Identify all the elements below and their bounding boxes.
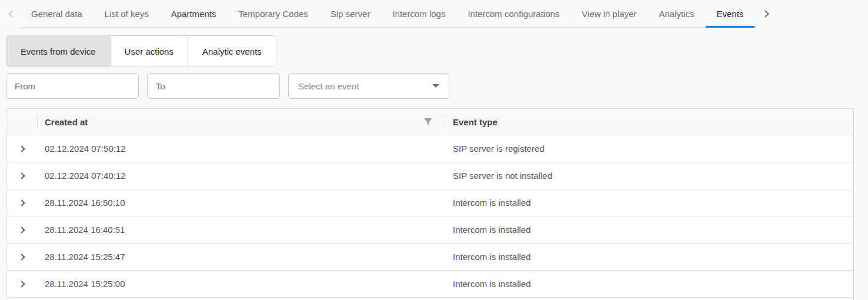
tab-list: General data List of keys Apartments Tem…: [20, 0, 755, 28]
chevron-right-icon: [18, 172, 25, 179]
tab-bar: General data List of keys Apartments Tem…: [0, 0, 868, 28]
funnel-icon: [424, 118, 432, 126]
filters-row: Select an event: [6, 73, 854, 99]
column-header-created-at[interactable]: Created at: [37, 109, 445, 135]
event-type-header-label: Event type: [453, 117, 498, 127]
expand-row-button[interactable]: [16, 143, 28, 155]
tabs-scroll-left-button[interactable]: [4, 0, 20, 28]
table-row: 02.12.2024 07:50:12 SIP server is regist…: [6, 135, 853, 162]
row-created-at: 28.11.2024 15:25:00: [45, 279, 125, 289]
chevron-right-icon: [18, 226, 25, 233]
row-event-type: Intercom is installed: [453, 252, 531, 262]
row-event-type: Intercom is installed: [453, 225, 531, 235]
table-row: 28.11.2024 16:40:51 Intercom is installe…: [6, 216, 853, 244]
created-at-header-label: Created at: [45, 117, 88, 127]
row-event-type: SIP server is registered: [453, 144, 545, 154]
chevron-right-icon: [18, 281, 25, 287]
chevron-right-icon: [18, 254, 25, 260]
tab-events[interactable]: Events: [706, 0, 755, 27]
tab-list-of-keys[interactable]: List of keys: [94, 0, 160, 27]
tab-intercom-configurations[interactable]: Intercom configurations: [456, 0, 570, 27]
expand-row-button[interactable]: [16, 251, 28, 263]
row-created-at: 28.11.2024 16:40:51: [45, 225, 125, 235]
row-created-at: 28.11.2024 15:25:47: [45, 252, 125, 262]
tabs-scroll-right-button[interactable]: [757, 0, 773, 28]
created-at-filter-button[interactable]: [424, 118, 432, 126]
chevron-left-icon: [8, 10, 16, 18]
row-created-at: 02.12.2024 07:50:12: [45, 144, 126, 154]
tab-temporary-codes[interactable]: Temporary Codes: [227, 0, 319, 27]
expand-row-button[interactable]: [16, 224, 28, 236]
table-header-row: Created at Event type: [6, 109, 853, 135]
chevron-right-icon: [762, 10, 769, 18]
row-created-at: 28.11.2024 16:50:10: [45, 198, 125, 208]
chevron-right-icon: [18, 145, 25, 152]
row-event-type: Intercom is installed: [453, 279, 531, 289]
table-row: 02.12.2024 07:40:12 SIP server is not in…: [6, 162, 853, 189]
tab-sip-server[interactable]: Sip server: [319, 0, 382, 27]
triangle-down-icon: [432, 84, 439, 88]
events-table: Created at Event type 02.12.2024 07:50:1…: [6, 108, 854, 300]
event-view-switcher: Events from device User actions Analytic…: [6, 35, 276, 67]
column-header-event-type[interactable]: Event type: [445, 109, 853, 135]
analytic-events-button[interactable]: Analytic events: [188, 35, 276, 67]
event-type-select[interactable]: Select an event: [288, 73, 449, 99]
events-page-content: Events from device User actions Analytic…: [0, 28, 868, 300]
tab-general-data[interactable]: General data: [20, 0, 94, 27]
date-from-input[interactable]: [6, 73, 139, 99]
table-row-clipped: [6, 298, 853, 300]
row-event-type: Intercom is installed: [453, 198, 531, 208]
tab-apartments[interactable]: Apartments: [160, 0, 228, 27]
expand-row-button[interactable]: [16, 170, 28, 182]
tab-view-in-player[interactable]: View in player: [570, 0, 647, 27]
expand-row-button[interactable]: [16, 278, 28, 290]
table-row: 28.11.2024 15:25:00 Intercom is installe…: [6, 271, 853, 298]
table-row: 28.11.2024 15:25:47 Intercom is installe…: [6, 244, 853, 271]
table-row: 28.11.2024 16:50:10 Intercom is installe…: [6, 189, 853, 216]
tab-analytics[interactable]: Analytics: [647, 0, 705, 27]
row-created-at: 02.12.2024 07:40:12: [45, 171, 126, 181]
chevron-right-icon: [18, 199, 25, 206]
event-select-placeholder: Select an event: [298, 81, 359, 91]
row-event-type: SIP server is not installed: [453, 171, 552, 181]
expand-row-button[interactable]: [16, 197, 28, 209]
tab-intercom-logs[interactable]: Intercom logs: [381, 0, 456, 27]
user-actions-button[interactable]: User actions: [110, 35, 188, 67]
date-to-input[interactable]: [147, 73, 280, 99]
events-from-device-button[interactable]: Events from device: [6, 35, 111, 67]
